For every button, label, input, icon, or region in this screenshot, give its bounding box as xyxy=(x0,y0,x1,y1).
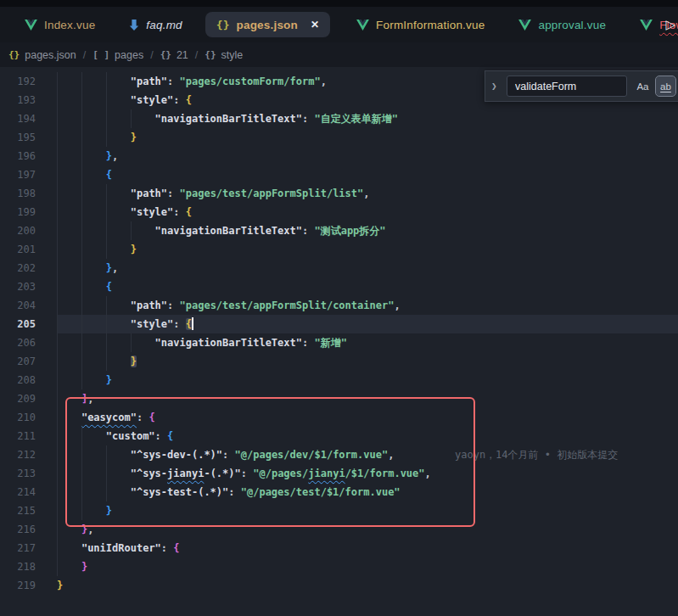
code-line-content[interactable]: ], xyxy=(57,389,678,408)
breadcrumb-separator: / xyxy=(83,49,86,61)
whole-word-button[interactable]: ab xyxy=(656,76,675,96)
code-line-content[interactable]: } xyxy=(57,557,678,576)
code-line-content[interactable]: "navigationBarTitleText": "测试app拆分" xyxy=(57,221,678,240)
code-token: "pages/customForm/form" xyxy=(180,76,321,87)
code-token: , xyxy=(425,468,431,479)
indent-guide xyxy=(131,333,132,352)
tab-index-vue[interactable]: Index.vue xyxy=(14,7,106,42)
code-line-216: 216 }, xyxy=(0,520,678,539)
indent-guide xyxy=(81,501,82,520)
symbol-icon: [ ] xyxy=(92,49,109,60)
code-line-content[interactable]: "navigationBarTitleText": "新增" xyxy=(57,333,678,352)
code-line-content[interactable]: "uniIdRouter": { xyxy=(57,539,678,557)
code-line-content[interactable]: "path": "pages/test/appFormSplit/contain… xyxy=(57,296,678,315)
breadcrumb-item-pages-json[interactable]: {}pages.json xyxy=(8,49,76,61)
breadcrumb-item-pages[interactable]: [ ]pages xyxy=(92,49,143,61)
tab-label: pages.json xyxy=(236,19,298,31)
code-line-content[interactable]: } xyxy=(57,501,678,520)
tab-label: FormInformation.vue xyxy=(376,19,485,31)
indent-guide xyxy=(81,259,82,277)
code-line-content[interactable]: "^sys-jianyi-(.*)": "@/pages/jianyi/$1/f… xyxy=(57,464,678,483)
code-line-content[interactable]: "^sys-test-(.*)": "@/pages/test/$1/form.… xyxy=(57,483,678,501)
code-line-201: 201 } xyxy=(0,240,678,259)
line-number: 193 xyxy=(0,91,57,109)
line-number: 209 xyxy=(0,389,57,408)
indent-guide xyxy=(57,296,58,315)
code-line-content[interactable]: } xyxy=(57,240,678,259)
indent-guide xyxy=(57,445,58,464)
code-line-content[interactable]: }, xyxy=(57,147,678,165)
code-line-content[interactable]: } xyxy=(57,576,678,595)
tab-faq-md[interactable]: faq.md xyxy=(118,7,193,42)
indent-guide xyxy=(57,315,58,333)
code-token: "自定义表单新增" xyxy=(314,113,397,125)
indent-guide xyxy=(57,128,58,147)
indent-guide xyxy=(81,315,82,333)
find-expand-icon[interactable]: ❯ xyxy=(491,81,501,92)
indent-whitespace xyxy=(57,206,131,218)
code-token: jianyi xyxy=(167,468,204,479)
line-number: 199 xyxy=(0,203,57,221)
indent-whitespace xyxy=(57,300,131,311)
indent-guide xyxy=(81,277,82,296)
indent-guide xyxy=(81,464,82,483)
breadcrumb-item-21[interactable]: {}21 xyxy=(160,49,188,61)
code-line-content[interactable]: { xyxy=(57,277,678,296)
tab-list: Index.vuefaq.md{}pages.json✕FormInformat… xyxy=(14,7,678,42)
tab-label: approval.vue xyxy=(538,19,606,31)
line-number: 204 xyxy=(0,296,57,315)
code-line-206: 206 "navigationBarTitleText": "新增" xyxy=(0,333,678,352)
indent-guide xyxy=(81,147,82,165)
code-line-196: 196 }, xyxy=(0,147,678,165)
breadcrumb-item-style[interactable]: {}style xyxy=(205,49,243,61)
line-number: 194 xyxy=(0,109,57,128)
tab-overflow-icon[interactable]: ▷ xyxy=(665,17,675,32)
code-token: : xyxy=(228,486,240,498)
indent-whitespace xyxy=(57,244,131,255)
tab-close-icon[interactable]: ✕ xyxy=(311,19,319,31)
code-line-content[interactable]: } xyxy=(57,128,678,147)
line-number: 210 xyxy=(0,408,57,427)
indent-guide xyxy=(81,296,82,315)
code-token: : xyxy=(302,113,314,125)
indent-guide xyxy=(106,91,107,109)
code-token: "navigationBarTitleText" xyxy=(155,337,302,349)
find-input[interactable] xyxy=(507,76,627,97)
code-line-content[interactable]: }, xyxy=(57,259,678,277)
code-token: { xyxy=(106,281,112,293)
indent-guide xyxy=(57,91,58,109)
line-number: 203 xyxy=(0,277,57,296)
code-token: "custom" xyxy=(106,430,155,442)
code-line-content[interactable]: "custom": { xyxy=(57,427,678,445)
code-token: { xyxy=(106,169,112,181)
code-token: "path" xyxy=(131,300,167,311)
code-token: : xyxy=(167,188,179,199)
code-line-content[interactable]: } xyxy=(57,352,678,371)
indent-guide xyxy=(57,408,58,427)
code-token: "测试app拆分" xyxy=(314,225,385,237)
match-case-button[interactable]: Aa xyxy=(633,76,653,96)
code-line-content[interactable]: { xyxy=(57,165,678,184)
code-line-content[interactable]: "style": { xyxy=(57,315,678,333)
indent-whitespace xyxy=(57,132,131,143)
code-token: : xyxy=(302,225,314,237)
code-line-content[interactable]: "navigationBarTitleText": "自定义表单新增" xyxy=(57,109,678,128)
indent-guide xyxy=(57,109,58,128)
code-token: "新增" xyxy=(314,337,346,349)
code-line-content[interactable]: "style": { xyxy=(57,203,678,221)
breadcrumb-separator: / xyxy=(150,49,153,61)
code-line-213: 213 "^sys-jianyi-(.*)": "@/pages/jianyi/… xyxy=(0,464,678,483)
code-token: -(.*)" xyxy=(204,468,240,479)
indent-guide xyxy=(106,203,107,221)
vue-icon xyxy=(25,20,37,31)
tab-pages-json[interactable]: {}pages.json✕ xyxy=(205,12,330,37)
code-line-content[interactable]: "easycom": { xyxy=(57,408,678,427)
indent-guide xyxy=(106,109,107,128)
tab-forminformation-vue[interactable]: FormInformation.vue xyxy=(345,7,496,42)
code-line-content[interactable]: }, xyxy=(57,520,678,539)
code-line-content[interactable]: "path": "pages/test/appFormSplit/list", xyxy=(57,184,678,203)
line-number: 195 xyxy=(0,128,57,147)
code-line-content[interactable]: } xyxy=(57,371,678,389)
tab-approval-vue[interactable]: approval.vue xyxy=(507,7,617,42)
indent-guide xyxy=(57,147,58,165)
